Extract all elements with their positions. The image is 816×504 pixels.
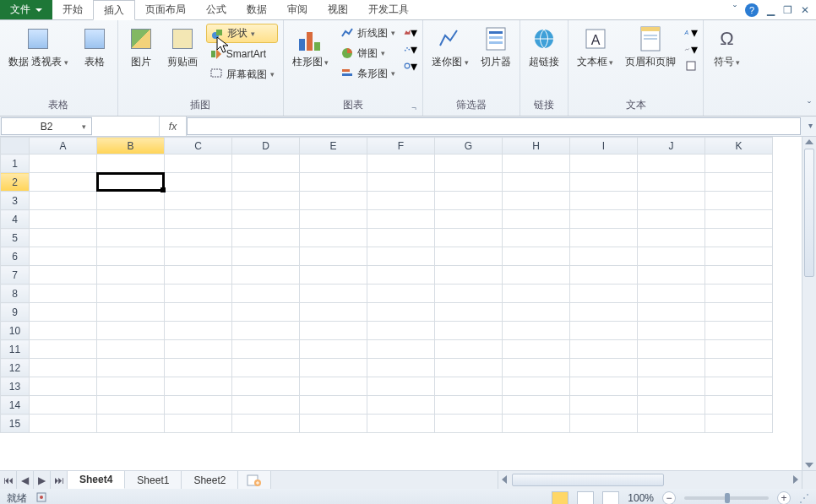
cell[interactable] [503, 396, 570, 415]
cell[interactable] [232, 266, 300, 285]
cell[interactable] [638, 396, 705, 415]
cell[interactable] [503, 266, 570, 285]
row-header[interactable]: 8 [1, 285, 30, 303]
screenshot-button[interactable]: 屏幕截图 [206, 65, 278, 84]
vertical-scroll-thumb[interactable] [804, 149, 814, 277]
row-header[interactable]: 13 [1, 377, 30, 396]
tab-view[interactable]: 视图 [318, 0, 358, 19]
cell[interactable] [435, 247, 503, 266]
zoom-level[interactable]: 100% [628, 492, 654, 504]
cell[interactable] [503, 322, 570, 340]
cell[interactable] [503, 154, 570, 173]
worksheet-grid[interactable]: ABCDEFGHIJK123456789101112131415 [0, 137, 773, 433]
cell[interactable] [570, 415, 638, 433]
tab-insert[interactable]: 插入 [93, 0, 135, 20]
cell[interactable] [232, 210, 300, 229]
cell[interactable] [705, 340, 773, 359]
ribbon-minimize-icon[interactable]: ˇ [733, 4, 737, 16]
zoom-in-button[interactable]: + [777, 491, 791, 504]
sparkline-button[interactable]: 迷你图 [428, 24, 472, 70]
column-header[interactable]: B [97, 138, 165, 154]
picture-button[interactable]: 图片 [123, 24, 159, 69]
cell[interactable] [638, 229, 705, 247]
cell[interactable] [503, 173, 570, 192]
cell[interactable] [300, 210, 367, 229]
cell[interactable] [232, 303, 300, 322]
slicer-button[interactable]: 切片器 [477, 24, 514, 69]
cell[interactable] [503, 210, 570, 229]
ribbon-collapse-icon[interactable]: ˇ [808, 100, 811, 112]
textbox-button[interactable]: A 文本框 [574, 24, 617, 70]
worksheet-grid-viewport[interactable]: ABCDEFGHIJK123456789101112131415 [0, 137, 802, 470]
cell[interactable] [97, 247, 165, 266]
cell[interactable] [570, 229, 638, 247]
bar-chart-button[interactable]: 条形图 [337, 64, 399, 83]
cell[interactable] [232, 229, 300, 247]
select-all-corner[interactable] [1, 138, 30, 154]
cell[interactable] [367, 303, 435, 322]
cell[interactable] [570, 377, 638, 396]
new-sheet-button[interactable] [238, 471, 271, 489]
cell[interactable] [435, 377, 503, 396]
cell[interactable] [97, 322, 165, 340]
cell[interactable] [97, 415, 165, 433]
cell[interactable] [30, 266, 97, 285]
cell[interactable] [165, 229, 232, 247]
cell[interactable] [503, 377, 570, 396]
cell[interactable] [300, 247, 367, 266]
view-normal-button[interactable] [552, 491, 568, 504]
cell[interactable] [435, 285, 503, 303]
cell[interactable] [705, 192, 773, 210]
cell[interactable] [300, 173, 367, 192]
column-header[interactable]: G [435, 138, 503, 154]
cell[interactable] [97, 229, 165, 247]
cell[interactable] [300, 340, 367, 359]
cell[interactable] [503, 247, 570, 266]
cell[interactable] [503, 192, 570, 210]
cell[interactable] [638, 266, 705, 285]
cell[interactable] [300, 266, 367, 285]
cell[interactable] [97, 285, 165, 303]
pivot-table-button[interactable]: 数据 透视表 [5, 24, 72, 70]
cell[interactable] [165, 173, 232, 192]
cell[interactable] [705, 303, 773, 322]
cell[interactable] [232, 377, 300, 396]
cell[interactable] [638, 192, 705, 210]
cell[interactable] [97, 266, 165, 285]
sheet-tab[interactable]: Sheet1 [125, 471, 182, 489]
cell[interactable] [232, 154, 300, 173]
cell[interactable] [30, 229, 97, 247]
area-chart-icon[interactable]: ▾ [404, 25, 417, 39]
cell[interactable] [367, 247, 435, 266]
tab-page-layout[interactable]: 页面布局 [135, 0, 196, 19]
sheet-nav-last-icon[interactable]: ⏭ [51, 471, 68, 489]
cell[interactable] [638, 415, 705, 433]
sheet-tab[interactable]: Sheet2 [182, 471, 238, 489]
cell[interactable] [97, 377, 165, 396]
cell[interactable] [503, 285, 570, 303]
cell[interactable] [300, 303, 367, 322]
cell[interactable] [232, 247, 300, 266]
column-header[interactable]: J [638, 138, 705, 154]
row-header[interactable]: 5 [1, 229, 30, 247]
sheet-nav-first-icon[interactable]: ⏮ [0, 471, 17, 489]
cell[interactable] [503, 303, 570, 322]
cell[interactable] [638, 154, 705, 173]
cell[interactable] [705, 415, 773, 433]
view-page-layout-button[interactable] [577, 491, 594, 504]
horizontal-scroll-thumb[interactable] [512, 474, 664, 486]
cell[interactable] [570, 285, 638, 303]
cell[interactable] [435, 359, 503, 377]
sheet-nav-prev-icon[interactable]: ◀ [17, 471, 34, 489]
other-chart-icon[interactable]: ▾ [404, 59, 417, 73]
cell[interactable] [570, 340, 638, 359]
window-minimize-icon[interactable]: ▁ [767, 4, 775, 16]
cell[interactable] [165, 396, 232, 415]
pie-chart-button[interactable]: 饼图 [337, 44, 399, 62]
column-header[interactable]: I [570, 138, 638, 154]
help-icon[interactable]: ? [745, 3, 759, 17]
column-header[interactable]: D [232, 138, 300, 154]
cell[interactable] [300, 377, 367, 396]
cell[interactable] [165, 303, 232, 322]
cell[interactable] [232, 322, 300, 340]
